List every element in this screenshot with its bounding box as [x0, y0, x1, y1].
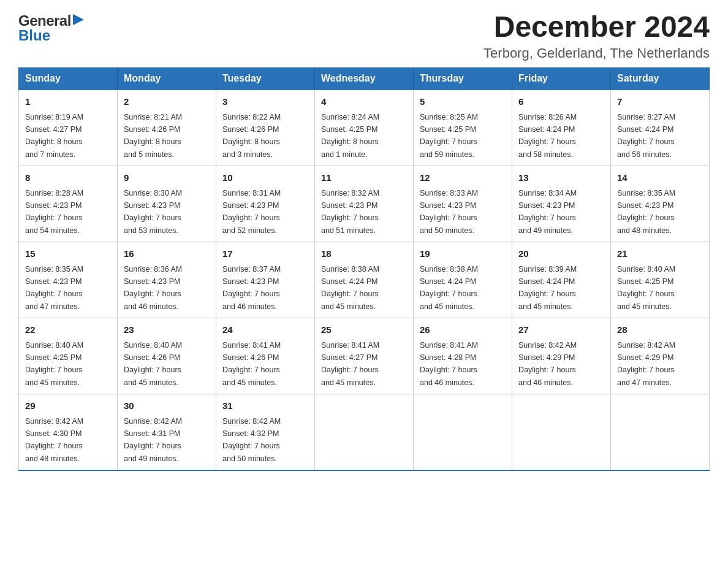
day-number: 21 [617, 247, 703, 261]
calendar-cell: 19Sunrise: 8:38 AMSunset: 4:24 PMDayligh… [414, 242, 512, 318]
calendar-cell: 8Sunrise: 8:28 AMSunset: 4:23 PMDaylight… [19, 166, 118, 242]
day-number: 12 [420, 171, 506, 185]
day-info: Sunrise: 8:33 AMSunset: 4:23 PMDaylight:… [420, 189, 478, 235]
day-info: Sunrise: 8:42 AMSunset: 4:31 PMDaylight:… [124, 417, 182, 463]
day-number: 5 [420, 95, 506, 109]
calendar-header-row: SundayMondayTuesdayWednesdayThursdayFrid… [19, 68, 710, 90]
header-thursday: Thursday [414, 68, 512, 90]
day-info: Sunrise: 8:24 AMSunset: 4:25 PMDaylight:… [321, 113, 379, 159]
calendar-cell: 9Sunrise: 8:30 AMSunset: 4:23 PMDaylight… [118, 166, 216, 242]
page-header: General Blue December 2024 Terborg, Geld… [18, 12, 710, 61]
day-number: 28 [617, 323, 703, 337]
day-info: Sunrise: 8:37 AMSunset: 4:23 PMDaylight:… [222, 265, 281, 311]
day-info: Sunrise: 8:36 AMSunset: 4:23 PMDaylight:… [124, 265, 182, 311]
day-number: 14 [617, 171, 703, 185]
day-info: Sunrise: 8:39 AMSunset: 4:24 PMDaylight:… [518, 265, 577, 311]
day-info: Sunrise: 8:38 AMSunset: 4:24 PMDaylight:… [420, 265, 478, 311]
calendar-cell: 27Sunrise: 8:42 AMSunset: 4:29 PMDayligh… [512, 318, 611, 394]
day-info: Sunrise: 8:40 AMSunset: 4:25 PMDaylight:… [617, 265, 675, 311]
header-tuesday: Tuesday [216, 68, 315, 90]
calendar-cell: 29Sunrise: 8:42 AMSunset: 4:30 PMDayligh… [19, 394, 118, 471]
week-row-5: 29Sunrise: 8:42 AMSunset: 4:30 PMDayligh… [19, 394, 710, 471]
day-number: 17 [222, 247, 308, 261]
header-saturday: Saturday [611, 68, 710, 90]
week-row-1: 1Sunrise: 8:19 AMSunset: 4:27 PMDaylight… [19, 90, 710, 166]
day-number: 11 [321, 171, 407, 185]
day-info: Sunrise: 8:42 AMSunset: 4:29 PMDaylight:… [518, 341, 577, 387]
calendar-cell: 5Sunrise: 8:25 AMSunset: 4:25 PMDaylight… [414, 90, 512, 166]
day-info: Sunrise: 8:41 AMSunset: 4:27 PMDaylight:… [321, 341, 379, 387]
calendar-cell [512, 394, 611, 471]
calendar-cell [611, 394, 710, 471]
month-title: December 2024 [483, 12, 710, 42]
day-number: 8 [25, 171, 111, 185]
calendar-cell: 14Sunrise: 8:35 AMSunset: 4:23 PMDayligh… [611, 166, 710, 242]
day-info: Sunrise: 8:35 AMSunset: 4:23 PMDaylight:… [617, 189, 675, 235]
calendar-cell: 4Sunrise: 8:24 AMSunset: 4:25 PMDaylight… [315, 90, 414, 166]
day-info: Sunrise: 8:42 AMSunset: 4:29 PMDaylight:… [617, 341, 675, 387]
day-number: 30 [124, 399, 210, 413]
calendar-cell: 23Sunrise: 8:40 AMSunset: 4:26 PMDayligh… [118, 318, 216, 394]
logo-blue-text: Blue [18, 27, 50, 44]
day-info: Sunrise: 8:35 AMSunset: 4:23 PMDaylight:… [25, 265, 83, 311]
header-wednesday: Wednesday [315, 68, 414, 90]
day-number: 25 [321, 323, 407, 337]
calendar-cell: 24Sunrise: 8:41 AMSunset: 4:26 PMDayligh… [216, 318, 315, 394]
calendar-cell: 30Sunrise: 8:42 AMSunset: 4:31 PMDayligh… [118, 394, 216, 471]
day-number: 26 [420, 323, 506, 337]
calendar-cell: 31Sunrise: 8:42 AMSunset: 4:32 PMDayligh… [216, 394, 315, 471]
day-info: Sunrise: 8:26 AMSunset: 4:24 PMDaylight:… [518, 113, 577, 159]
calendar-cell: 25Sunrise: 8:41 AMSunset: 4:27 PMDayligh… [315, 318, 414, 394]
day-number: 31 [222, 399, 308, 413]
calendar-cell: 22Sunrise: 8:40 AMSunset: 4:25 PMDayligh… [19, 318, 118, 394]
header-friday: Friday [512, 68, 611, 90]
calendar-cell: 3Sunrise: 8:22 AMSunset: 4:26 PMDaylight… [216, 90, 315, 166]
day-number: 22 [25, 323, 111, 337]
calendar-cell: 12Sunrise: 8:33 AMSunset: 4:23 PMDayligh… [414, 166, 512, 242]
calendar-cell: 1Sunrise: 8:19 AMSunset: 4:27 PMDaylight… [19, 90, 118, 166]
day-info: Sunrise: 8:25 AMSunset: 4:25 PMDaylight:… [420, 113, 478, 159]
calendar-cell: 11Sunrise: 8:32 AMSunset: 4:23 PMDayligh… [315, 166, 414, 242]
calendar-cell: 13Sunrise: 8:34 AMSunset: 4:23 PMDayligh… [512, 166, 611, 242]
day-info: Sunrise: 8:41 AMSunset: 4:28 PMDaylight:… [420, 341, 478, 387]
day-number: 27 [518, 323, 604, 337]
calendar-cell: 2Sunrise: 8:21 AMSunset: 4:26 PMDaylight… [118, 90, 216, 166]
day-info: Sunrise: 8:21 AMSunset: 4:26 PMDaylight:… [124, 113, 182, 159]
title-section: December 2024 Terborg, Gelderland, The N… [483, 12, 710, 61]
header-sunday: Sunday [19, 68, 118, 90]
day-number: 3 [222, 95, 308, 109]
svg-marker-0 [73, 14, 84, 25]
day-info: Sunrise: 8:41 AMSunset: 4:26 PMDaylight:… [222, 341, 281, 387]
calendar-cell: 6Sunrise: 8:26 AMSunset: 4:24 PMDaylight… [512, 90, 611, 166]
day-info: Sunrise: 8:38 AMSunset: 4:24 PMDaylight:… [321, 265, 379, 311]
day-info: Sunrise: 8:19 AMSunset: 4:27 PMDaylight:… [25, 113, 83, 159]
calendar-cell: 20Sunrise: 8:39 AMSunset: 4:24 PMDayligh… [512, 242, 611, 318]
week-row-3: 15Sunrise: 8:35 AMSunset: 4:23 PMDayligh… [19, 242, 710, 318]
calendar-cell: 10Sunrise: 8:31 AMSunset: 4:23 PMDayligh… [216, 166, 315, 242]
day-number: 16 [124, 247, 210, 261]
day-info: Sunrise: 8:40 AMSunset: 4:25 PMDaylight:… [25, 341, 83, 387]
week-row-2: 8Sunrise: 8:28 AMSunset: 4:23 PMDaylight… [19, 166, 710, 242]
calendar-table: SundayMondayTuesdayWednesdayThursdayFrid… [18, 67, 710, 471]
day-info: Sunrise: 8:22 AMSunset: 4:26 PMDaylight:… [222, 113, 281, 159]
calendar-cell: 21Sunrise: 8:40 AMSunset: 4:25 PMDayligh… [611, 242, 710, 318]
calendar-cell [414, 394, 512, 471]
day-info: Sunrise: 8:31 AMSunset: 4:23 PMDaylight:… [222, 189, 281, 235]
day-number: 6 [518, 95, 604, 109]
day-info: Sunrise: 8:42 AMSunset: 4:30 PMDaylight:… [25, 417, 83, 463]
calendar-cell: 17Sunrise: 8:37 AMSunset: 4:23 PMDayligh… [216, 242, 315, 318]
calendar-cell: 16Sunrise: 8:36 AMSunset: 4:23 PMDayligh… [118, 242, 216, 318]
logo-arrow-icon [73, 13, 84, 26]
day-info: Sunrise: 8:40 AMSunset: 4:26 PMDaylight:… [124, 341, 182, 387]
day-number: 19 [420, 247, 506, 261]
day-number: 10 [222, 171, 308, 185]
day-info: Sunrise: 8:30 AMSunset: 4:23 PMDaylight:… [124, 189, 182, 235]
day-info: Sunrise: 8:27 AMSunset: 4:24 PMDaylight:… [617, 113, 675, 159]
day-number: 2 [124, 95, 210, 109]
day-number: 1 [25, 95, 111, 109]
day-number: 18 [321, 247, 407, 261]
day-number: 9 [124, 171, 210, 185]
location-subtitle: Terborg, Gelderland, The Netherlands [483, 45, 710, 61]
day-number: 29 [25, 399, 111, 413]
day-info: Sunrise: 8:28 AMSunset: 4:23 PMDaylight:… [25, 189, 83, 235]
